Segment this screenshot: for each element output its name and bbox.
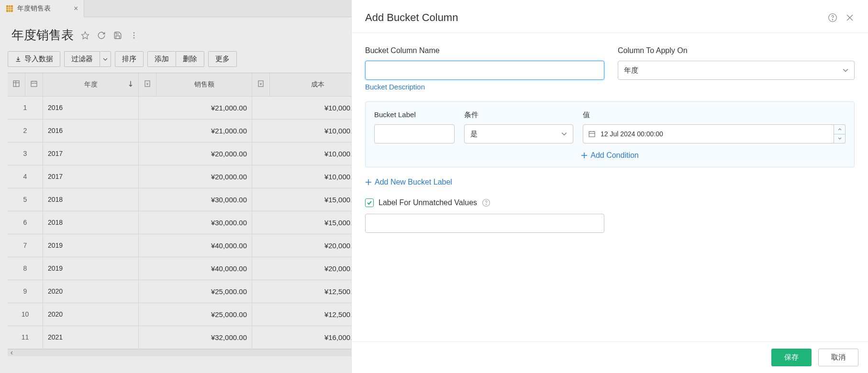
scroll-left-icon[interactable]	[8, 350, 16, 356]
svg-rect-9	[13, 81, 19, 87]
row-number: 1	[8, 96, 43, 119]
close-icon[interactable]	[845, 13, 855, 22]
tab-active[interactable]: 年度销售表 ×	[0, 0, 84, 17]
svg-marker-5	[82, 32, 89, 39]
add-bucket-modal: Add Bucket Column Bucket Column Name Buc…	[351, 0, 868, 373]
cell-year: 2016	[43, 119, 139, 142]
cell-cost: ¥16,000.00	[252, 326, 366, 349]
help-icon[interactable]	[828, 13, 837, 22]
import-label: 导入数据	[24, 55, 53, 64]
close-icon[interactable]: ×	[74, 4, 78, 13]
help-icon[interactable]	[482, 198, 490, 207]
calendar-type-icon[interactable]	[25, 73, 43, 96]
spinner-up[interactable]	[834, 125, 845, 134]
cell-cost: ¥12,500.00	[252, 280, 366, 303]
sort-button[interactable]: 排序	[115, 51, 144, 67]
cell-sales: ¥21,000.00	[139, 119, 252, 142]
svg-text:¥: ¥	[146, 82, 149, 86]
unmatched-label: Label For Unmatched Values	[378, 198, 477, 207]
apply-column-label: Column To Apply On	[618, 46, 855, 55]
bucket-label-header: Bucket Label	[374, 110, 455, 120]
modal-body: Bucket Column Name Bucket Description Co…	[352, 33, 868, 341]
page-title: 年度销售表	[11, 27, 74, 44]
cell-cost: ¥15,000.00	[252, 188, 366, 211]
cell-year: 2020	[43, 280, 139, 303]
col-header-year[interactable]: 年度	[43, 73, 139, 96]
spinner-down[interactable]	[834, 134, 845, 143]
apply-column-select[interactable]: 年度	[618, 61, 855, 80]
refresh-icon[interactable]	[97, 31, 106, 40]
cell-sales: ¥32,000.00	[139, 326, 252, 349]
apply-column-value: 年度	[624, 66, 638, 75]
cell-year: 2019	[43, 234, 139, 257]
row-number: 9	[8, 280, 43, 303]
condition-header: 条件	[464, 110, 573, 120]
calendar-icon	[588, 130, 596, 138]
cell-cost: ¥20,000.00	[252, 257, 366, 280]
add-condition-link[interactable]: Add Condition	[581, 151, 639, 160]
bucket-description-link[interactable]: Bucket Description	[365, 83, 425, 91]
svg-text:¥: ¥	[259, 82, 262, 86]
svg-point-23	[832, 20, 833, 20]
svg-rect-26	[589, 132, 595, 137]
svg-rect-0	[6, 5, 13, 12]
row-number: 7	[8, 234, 43, 257]
date-value-input[interactable]: 12 Jul 2024 00:00:00	[583, 124, 834, 143]
more-icon[interactable]	[129, 31, 139, 40]
unmatched-checkbox[interactable]	[365, 198, 374, 207]
row-number: 5	[8, 188, 43, 211]
row-number: 10	[8, 303, 43, 326]
svg-rect-12	[31, 81, 37, 87]
cell-sales: ¥25,000.00	[139, 280, 252, 303]
col-header-sales[interactable]: 销售额	[156, 73, 252, 96]
row-number: 4	[8, 165, 43, 188]
bucket-name-label: Bucket Column Name	[365, 46, 604, 55]
currency-type-icon[interactable]: ¥	[139, 73, 156, 96]
cell-cost: ¥20,000.00	[252, 234, 366, 257]
cell-cost: ¥10,000.00	[252, 165, 366, 188]
bucket-name-input[interactable]	[365, 61, 604, 80]
cell-year: 2017	[43, 142, 139, 165]
cell-year: 2016	[43, 96, 139, 119]
filter-button[interactable]: 过滤器	[64, 51, 100, 67]
bucket-label-input[interactable]	[374, 124, 455, 143]
table-icon	[6, 5, 13, 12]
add-button[interactable]: 添加	[147, 51, 176, 67]
modal-title: Add Bucket Column	[365, 11, 458, 24]
svg-point-8	[134, 37, 134, 38]
modal-header: Add Bucket Column	[352, 0, 868, 33]
condition-select[interactable]: 是	[464, 124, 573, 143]
column-type-icon[interactable]	[8, 73, 25, 96]
unmatched-value-input[interactable]	[365, 214, 604, 233]
cell-year: 2017	[43, 165, 139, 188]
add-bucket-label-link[interactable]: Add New Bucket Label	[365, 178, 452, 186]
import-button[interactable]: 导入数据	[8, 51, 60, 67]
cell-sales: ¥40,000.00	[139, 257, 252, 280]
cell-cost: ¥10,000.00	[252, 142, 366, 165]
cell-sales: ¥25,000.00	[139, 303, 252, 326]
delete-button[interactable]: 删除	[176, 51, 204, 67]
svg-point-31	[486, 204, 486, 205]
row-number: 3	[8, 142, 43, 165]
chevron-down-icon	[843, 67, 848, 73]
sort-desc-icon	[128, 80, 134, 88]
date-value-text: 12 Jul 2024 00:00:00	[601, 130, 663, 138]
more-button[interactable]: 更多	[208, 51, 237, 67]
cell-sales: ¥21,000.00	[139, 96, 252, 119]
cell-cost: ¥12,500.00	[252, 303, 366, 326]
modal-footer: 保存 取消	[352, 341, 868, 373]
condition-value: 是	[470, 130, 478, 139]
filter-split-button: 过滤器	[64, 51, 111, 67]
save-button[interactable]: 保存	[771, 349, 812, 366]
filter-dropdown-caret[interactable]	[100, 51, 111, 67]
cell-sales: ¥20,000.00	[139, 165, 252, 188]
cell-cost: ¥15,000.00	[252, 211, 366, 234]
cancel-button[interactable]: 取消	[818, 349, 858, 366]
cell-year: 2019	[43, 257, 139, 280]
cell-sales: ¥40,000.00	[139, 234, 252, 257]
save-icon[interactable]	[113, 31, 122, 40]
star-icon[interactable]	[80, 31, 90, 40]
chevron-down-icon	[561, 131, 567, 137]
currency-type-icon[interactable]: ¥	[252, 73, 270, 96]
cell-year: 2020	[43, 303, 139, 326]
